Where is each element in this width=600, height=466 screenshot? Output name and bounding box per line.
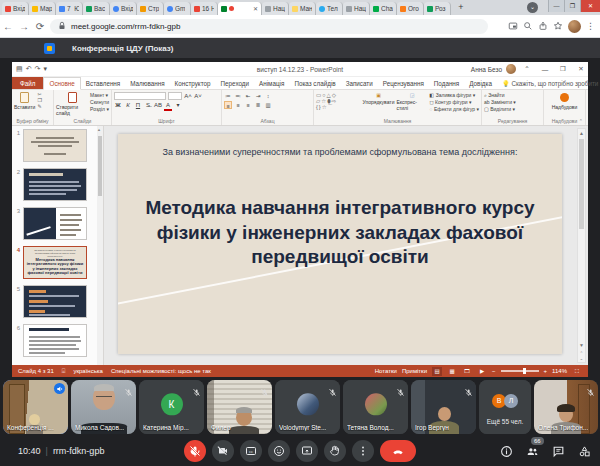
tell-me-box[interactable]: 💡Скажіть, що потрібно зробити <box>497 77 600 89</box>
ribbon-tab-0[interactable]: Файл <box>12 77 43 89</box>
tab-search-chevron-icon[interactable]: ⌄ <box>527 2 538 13</box>
current-slide[interactable]: За визначеними суперечностями та проблем… <box>118 134 562 354</box>
raise-hand-button[interactable] <box>324 440 346 462</box>
slide-thumbnail[interactable]: За визначеними суперечностями та проблем… <box>23 246 87 279</box>
replace-button[interactable]: ab Замінити ▾ <box>484 99 516 106</box>
slide-intro-text[interactable]: За визначеними суперечностями та проблем… <box>158 147 522 159</box>
shrink-font-icon[interactable]: A˅ <box>194 92 202 100</box>
participant-tile[interactable]: Филер <box>207 380 272 434</box>
browser-menu-icon[interactable]: ⋮ <box>586 21 595 31</box>
browser-tab[interactable]: Роз <box>424 2 451 15</box>
select-button[interactable]: ▢ Виділити ▾ <box>484 106 515 113</box>
shape-effects-button[interactable]: ◌ Ефекти для фігур ▾ <box>430 106 479 113</box>
participant-tile[interactable]: Конференція ... <box>3 380 68 434</box>
ribbon-tab-5[interactable]: Переходи <box>216 77 255 89</box>
browser-tab[interactable]: Вхід <box>2 2 29 15</box>
slide-thumbnail[interactable] <box>23 324 87 357</box>
ribbon-tab-8[interactable]: Записати <box>341 77 378 89</box>
ribbon-tab-6[interactable]: Анімація <box>254 77 289 89</box>
more-options-button[interactable] <box>352 440 374 462</box>
thumbnail-scrollbar[interactable] <box>97 126 103 365</box>
paste-button[interactable]: Вставити <box>14 92 35 110</box>
browser-tab[interactable]: Тел <box>316 2 343 15</box>
slide-thumbnail[interactable] <box>23 168 87 201</box>
format-painter-icon[interactable]: ✎ <box>37 104 41 109</box>
ppt-minimize-button[interactable]: — <box>538 66 552 73</box>
participant-tile[interactable]: Volodymyr Ste... <box>275 380 340 434</box>
browser-tab[interactable]: Нац <box>262 2 289 15</box>
spellcheck-icon[interactable]: ⌻ <box>62 368 66 375</box>
slide-title-text[interactable]: Методика навчання інтегративного курсу ф… <box>140 196 540 270</box>
mic-button[interactable] <box>184 440 206 462</box>
participant-tile[interactable]: ВЛЕщё 55 чел. <box>479 380 531 434</box>
browser-tab[interactable]: Cha <box>370 2 397 15</box>
reading-view-icon[interactable]: 🗖 <box>462 367 472 376</box>
shapes-gallery[interactable]: ▭○△◇▱☆⬮⇨{}☆⌒ <box>316 92 361 110</box>
browser-tab[interactable]: 7_Ю <box>56 2 83 15</box>
info-button[interactable] <box>498 439 514 463</box>
reload-icon[interactable]: ⟳ <box>32 21 48 32</box>
ppt-close-button[interactable]: ✕ <box>574 65 588 73</box>
ribbon-tab-1[interactable]: Основне <box>43 77 80 90</box>
ribbon-display-icon[interactable]: ⌃ <box>520 65 534 73</box>
collapse-ribbon-icon[interactable]: ⌃ <box>579 118 583 124</box>
shape-outline-button[interactable]: ◻ Контур фігури ▾ <box>430 99 479 106</box>
present-button[interactable] <box>296 440 318 462</box>
font-size-box[interactable] <box>168 92 182 100</box>
numbering-icon[interactable]: ≕ <box>234 92 242 100</box>
participant-tile[interactable]: Тетяна Волод... <box>343 380 408 434</box>
slideshow-icon[interactable]: ▶ <box>477 367 487 376</box>
url-bar[interactable]: meet.google.com/rrm-fdkn-gpb <box>50 19 488 34</box>
section-button[interactable]: Розділ ▾ <box>90 106 109 113</box>
forward-icon[interactable]: → <box>16 21 32 32</box>
accessibility-status[interactable]: Спеціальні можливості: щось не так <box>111 368 211 374</box>
browser-tab[interactable]: Ман <box>289 2 316 15</box>
browser-tab[interactable]: 16 Н <box>191 2 218 15</box>
italic-icon[interactable]: К <box>124 101 132 111</box>
zoom-in-icon[interactable]: + <box>544 368 548 374</box>
notes-button[interactable]: Нотатки <box>375 368 397 374</box>
addins-button[interactable]: Надбудови <box>552 92 578 110</box>
underline-icon[interactable]: П <box>134 101 142 111</box>
find-button[interactable]: ⌕ Знайти <box>484 92 505 99</box>
normal-view-icon[interactable]: ▤ <box>432 367 442 376</box>
shape-fill-button[interactable]: ◧ Заливка фігури ▾ <box>430 92 479 99</box>
end-call-button[interactable] <box>380 440 416 462</box>
chat-button[interactable] <box>550 439 566 463</box>
slide-thumbnail[interactable] <box>23 129 87 162</box>
picture-in-picture-icon[interactable] <box>508 21 518 31</box>
ribbon-tab-10[interactable]: Подання <box>429 77 464 89</box>
tab-close-icon[interactable]: ✕ <box>253 5 258 12</box>
captions-button[interactable]: cc <box>240 440 262 462</box>
fit-slide-icon[interactable]: ⛶ <box>572 367 582 376</box>
activities-button[interactable] <box>576 439 592 463</box>
browser-tab[interactable]: Мар <box>29 2 56 15</box>
slide-thumbnail[interactable] <box>23 285 87 318</box>
align-center-icon[interactable]: ≡ <box>234 101 242 109</box>
participant-tile[interactable]: ККатерина Мір... <box>139 380 204 434</box>
ribbon-tab-4[interactable]: Конструктор <box>170 77 216 89</box>
justify-icon[interactable]: ≣ <box>254 101 262 109</box>
ribbon-tab-2[interactable]: Вставлення <box>81 77 125 89</box>
maximize-button[interactable]: ❐ <box>564 0 580 12</box>
camera-button[interactable] <box>212 440 234 462</box>
browser-tab[interactable]: Вхід <box>110 2 137 15</box>
font-menu-icon[interactable]: ▾ <box>174 101 182 111</box>
ribbon-tab-3[interactable]: Малювання <box>125 77 169 89</box>
ppt-restore-button[interactable]: ❐ <box>556 65 570 73</box>
arrange-button[interactable]: ▣ Упорядкувати <box>363 92 395 105</box>
back-icon[interactable]: ← <box>0 21 16 32</box>
participant-tile[interactable]: Олена Трифон... <box>534 380 598 434</box>
browser-tab[interactable]: ✕ <box>218 2 262 15</box>
grow-font-icon[interactable]: A˄ <box>184 92 192 100</box>
line-spacing-icon[interactable]: ↕ <box>264 92 272 100</box>
close-button[interactable]: ✕ <box>580 0 600 12</box>
bookmark-star-icon[interactable] <box>553 21 563 31</box>
zoom-percent[interactable]: 114% <box>552 368 567 374</box>
participant-tile[interactable]: Ігор Вергун <box>411 380 476 434</box>
columns-icon[interactable]: ▥ <box>264 101 272 109</box>
indent-icon[interactable]: ⇥ <box>254 92 262 100</box>
font-name-box[interactable] <box>114 92 166 100</box>
layout-button[interactable]: Макет ▾ <box>90 92 109 99</box>
language-label[interactable]: українська <box>73 368 103 374</box>
